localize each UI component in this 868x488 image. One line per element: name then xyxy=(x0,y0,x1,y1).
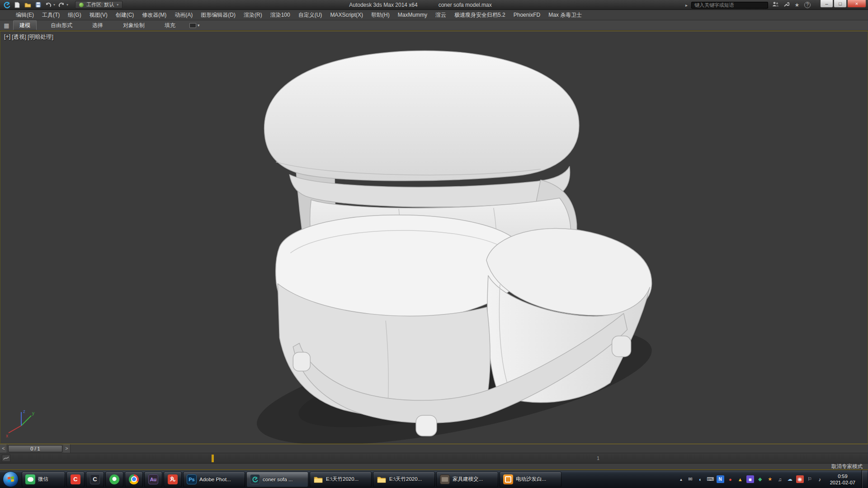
menu-phoenixfd[interactable]: PhoenixFD xyxy=(509,10,544,20)
track-bar[interactable]: 1 xyxy=(0,453,868,464)
viewport-shading-label[interactable]: [明暗处理] xyxy=(28,33,53,41)
taskbar-clock[interactable]: 0:59 2021-02-07 xyxy=(826,473,859,486)
ribbon-minimize-button[interactable]: ▾ xyxy=(189,23,200,28)
keyboard-icon[interactable]: ⌨ xyxy=(707,475,714,483)
square-app-icon[interactable]: ■ xyxy=(746,475,754,483)
next-frame-button[interactable]: > xyxy=(63,444,71,453)
warning-icon[interactable]: ▲ xyxy=(736,475,744,483)
mail-icon[interactable]: ✉ xyxy=(687,475,694,483)
community-icon[interactable] xyxy=(772,1,779,9)
taskbar-3dsmax-button[interactable]: coner sofa ... xyxy=(246,472,308,487)
help-icon[interactable]: ? xyxy=(804,2,811,8)
menu-max-antivirus[interactable]: Max 杀毒卫士 xyxy=(544,10,586,20)
menu-edit[interactable]: 编辑(E) xyxy=(12,10,38,20)
viewport-perspective[interactable]: [+] [透视] [明暗处理] xyxy=(0,31,868,444)
menu-rendering[interactable]: 渲染(R) xyxy=(240,10,266,20)
taskbar-wan-button[interactable]: 丸 xyxy=(164,472,182,487)
redo-dropdown-icon[interactable]: ▾ xyxy=(66,3,68,7)
wrench-icon[interactable] xyxy=(783,1,790,9)
menu-maxscript[interactable]: MAXScript(X) xyxy=(326,10,367,20)
taskbar-c-red-button[interactable]: C xyxy=(66,472,85,487)
tray-expand-icon[interactable]: ▴ xyxy=(678,477,684,482)
menu-modifiers[interactable]: 修改器(M) xyxy=(138,10,170,20)
minimize-button[interactable]: – xyxy=(820,0,833,8)
title-bar: ▾ ▾ 工作区: 默认 ▾ Autodesk 3ds Max 2014 x64 … xyxy=(0,0,868,10)
record-icon[interactable]: ◉ xyxy=(796,475,804,483)
ribbon-tab-selection[interactable]: 选择 xyxy=(86,21,109,30)
taskbar-wechat-button[interactable]: 微信 xyxy=(22,472,65,487)
save-file-button[interactable] xyxy=(34,1,42,9)
taskbar-explorer-1-button[interactable]: E:\天竹2020... xyxy=(310,472,372,487)
workspace-label: 工作区: 默认 xyxy=(86,1,114,8)
taskbar-button-label: 微信 xyxy=(38,476,61,483)
track-bar-marker[interactable] xyxy=(212,455,214,462)
quick-access-toolbar: ▾ ▾ 工作区: 默认 ▾ xyxy=(0,1,123,9)
previous-frame-button[interactable]: < xyxy=(0,444,7,453)
menu-help[interactable]: 帮助(H) xyxy=(367,10,394,20)
diamond-app-icon[interactable]: ◆ xyxy=(756,475,764,483)
sofa-model[interactable] xyxy=(0,31,868,444)
menu-slim-archive[interactable]: 极速瘦身安全归档5.2 xyxy=(450,10,509,20)
image-thumbnail-icon xyxy=(440,474,450,484)
music-icon[interactable]: ♫ xyxy=(776,475,784,483)
undo-dropdown-icon[interactable]: ▾ xyxy=(53,3,55,7)
time-slider-handle[interactable]: 0 / 1 xyxy=(8,445,62,452)
status-dot-icon[interactable]: ● xyxy=(726,475,734,483)
notes-icon[interactable]: N xyxy=(717,475,724,483)
taskbar-c-dark-button[interactable]: C xyxy=(86,472,104,487)
menu-customize[interactable]: 自定义(U) xyxy=(294,10,326,20)
viewport-menu-label[interactable]: [+] xyxy=(4,33,10,41)
svg-text:x: x xyxy=(6,433,8,438)
menu-create[interactable]: 创建(C) xyxy=(112,10,138,20)
maximize-button[interactable]: □ xyxy=(834,0,847,8)
menu-tools[interactable]: 工具(T) xyxy=(38,10,64,20)
taskbar-screenshot-tool-button[interactable]: 电动沙发白... xyxy=(500,472,561,487)
search-history-icon[interactable]: ▸ xyxy=(685,3,688,8)
menu-graph-editors[interactable]: 图形编辑器(D) xyxy=(197,10,240,20)
taskbar-explorer-2-button[interactable]: E:\天竹2020... xyxy=(373,472,435,487)
3ds-max-icon xyxy=(250,474,260,484)
viewport-pov-label[interactable]: [透视] xyxy=(12,33,26,41)
workspace-selector[interactable]: 工作区: 默认 ▾ xyxy=(75,1,123,9)
menu-group[interactable]: 组(G) xyxy=(64,10,85,20)
3ds-max-logo-icon[interactable] xyxy=(3,1,11,9)
favorites-star-icon[interactable]: ★ xyxy=(793,1,801,9)
open-file-button[interactable] xyxy=(24,1,32,9)
start-button[interactable] xyxy=(3,471,19,487)
menu-render-100[interactable]: 渲染100 xyxy=(266,10,294,20)
taskbar-button-label: E:\天竹2020... xyxy=(389,476,431,483)
star-app-icon[interactable]: ★ xyxy=(766,475,774,483)
cancel-expert-mode-button[interactable]: 取消专家模式 xyxy=(831,464,863,469)
status-bar: 取消专家模式 xyxy=(0,464,868,470)
menu-rendercloud[interactable]: 渲云 xyxy=(431,10,450,20)
redo-icon[interactable] xyxy=(57,1,66,9)
time-slider-track[interactable] xyxy=(71,444,868,453)
ribbon-config-icon[interactable]: ▦ xyxy=(3,22,10,29)
volume-icon[interactable]: ♪ xyxy=(816,475,824,483)
mini-curve-editor-button[interactable] xyxy=(2,455,10,462)
photoshop-icon: Ps xyxy=(187,474,197,484)
ime-icon[interactable]: ◐ xyxy=(697,475,704,483)
menu-views[interactable]: 视图(V) xyxy=(85,10,112,20)
taskbar-image-viewer-button[interactable]: 家具建模交... xyxy=(436,472,498,487)
orange-app-icon xyxy=(503,474,513,484)
close-button[interactable]: × xyxy=(847,0,866,8)
cloud-icon[interactable]: ☁ xyxy=(786,475,794,483)
menu-maxmummy[interactable]: MaxMummy xyxy=(394,10,431,20)
ribbon-tab-freeform[interactable]: 自由形式 xyxy=(45,21,78,30)
menu-animation[interactable]: 动画(A) xyxy=(170,10,197,20)
help-search-input[interactable] xyxy=(691,2,768,9)
time-slider: < 0 / 1 > xyxy=(0,444,868,453)
new-file-button[interactable] xyxy=(13,1,21,9)
taskbar-audition-button[interactable]: Au xyxy=(144,472,162,487)
taskbar-browser-button[interactable] xyxy=(105,472,123,487)
ribbon-tab-object-paint[interactable]: 对象绘制 xyxy=(117,21,151,30)
taskbar-button-label: 电动沙发白... xyxy=(516,476,558,483)
taskbar-photoshop-button[interactable]: Ps Adobe Phot... xyxy=(183,472,245,487)
taskbar-chrome-button[interactable] xyxy=(125,472,143,487)
undo-icon[interactable] xyxy=(44,1,52,9)
show-desktop-button[interactable] xyxy=(862,470,867,488)
flag-icon[interactable]: ⚐ xyxy=(806,475,814,483)
ribbon-tab-populate[interactable]: 填充 xyxy=(159,21,181,30)
ribbon-tab-modeling[interactable]: 建模 xyxy=(13,20,37,30)
